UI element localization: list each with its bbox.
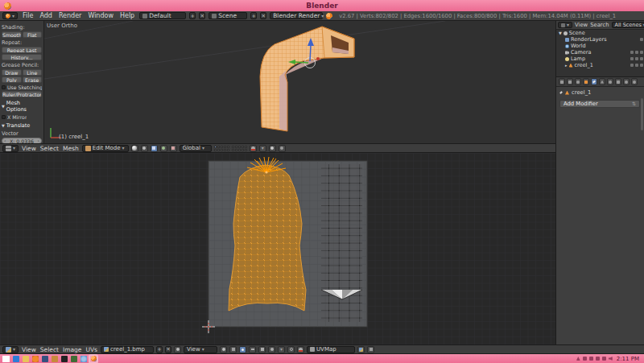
titlebar[interactable]: Blender — [0, 0, 644, 11]
repeat-last-button[interactable]: Repeat Last — [2, 47, 42, 53]
tab-texture-icon[interactable] — [615, 78, 621, 85]
visibility-toggles[interactable] — [630, 64, 643, 67]
menu-view[interactable]: View — [21, 145, 37, 152]
outliner-row-lamp[interactable]: Lamp — [563, 56, 644, 62]
tray-update-icon[interactable] — [596, 357, 600, 361]
add-scene-button[interactable]: + — [250, 12, 257, 19]
scene-select[interactable]: Scene — [208, 12, 247, 19]
mesh-options-panel-label[interactable]: Mesh Options — [6, 100, 42, 113]
tab-scene-icon[interactable] — [567, 78, 573, 85]
uvmap-image-button[interactable] — [357, 346, 365, 353]
outliner[interactable]: ▾ View Search All Scenes ▾ ▼ Scene Rende… — [556, 21, 644, 77]
start-button[interactable] — [2, 356, 10, 362]
taskbar-app4-icon[interactable] — [71, 356, 77, 362]
tray-display-icon[interactable] — [583, 357, 587, 361]
uv-sync-toggle[interactable] — [229, 346, 237, 353]
outliner-row-scene[interactable]: ▼ Scene — [556, 30, 644, 36]
tray-shield-icon[interactable] — [589, 357, 593, 361]
menu-uvs[interactable]: UVs — [85, 346, 98, 353]
pivot-select[interactable] — [141, 145, 148, 152]
menu-window[interactable]: Window — [86, 11, 115, 20]
visibility-toggles[interactable] — [630, 57, 643, 60]
menu-file[interactable]: File — [21, 11, 35, 20]
image-datablock-field[interactable]: creel_1.bmp — [101, 346, 154, 353]
translate-panel-label[interactable]: Translate — [6, 122, 31, 129]
screen-layout-select[interactable]: Default — [139, 12, 186, 19]
uv-island-unselected[interactable] — [321, 164, 362, 322]
tray-up-arrow-icon[interactable] — [576, 357, 580, 361]
taskbar-ie-icon[interactable] — [13, 356, 19, 362]
pin-toggle[interactable] — [174, 346, 181, 353]
panel-expand-icon[interactable]: ▼ — [2, 123, 5, 128]
outliner-scope-select[interactable]: All Scenes ▾ — [612, 22, 644, 28]
add-layout-button[interactable]: + — [189, 12, 196, 19]
menu-search[interactable]: Search — [590, 22, 609, 28]
tray-volume-icon[interactable] — [609, 357, 613, 361]
remove-layout-button[interactable]: ✕ — [199, 12, 205, 19]
tab-modifiers-wrench-icon[interactable] — [591, 78, 597, 85]
sketch-sessions-checkbox[interactable] — [2, 85, 6, 89]
menu-select[interactable]: Select — [39, 145, 60, 152]
mode-select[interactable]: Edit Mode ▾ — [82, 145, 129, 152]
uvmap-field[interactable]: UVMap — [307, 346, 355, 353]
flat-button[interactable]: Flat — [23, 31, 43, 38]
orientation-select[interactable]: Global ▾ — [180, 145, 212, 152]
editor-type-button[interactable]: ▾ — [2, 346, 19, 353]
tab-particles-icon[interactable] — [623, 78, 630, 85]
tab-material-icon[interactable] — [607, 78, 613, 85]
menu-render[interactable]: Render — [57, 11, 83, 20]
renderlayer-camera-toggle[interactable] — [640, 38, 643, 41]
uv-pivot-select[interactable] — [220, 346, 227, 353]
taskbar-blender-icon[interactable] — [90, 356, 97, 362]
editor-type-button[interactable]: ▾ — [2, 145, 19, 152]
menu-view[interactable]: View — [21, 346, 37, 353]
add-modifier-button[interactable]: Add Modifier ⇅ — [559, 100, 640, 108]
gp-erase-button[interactable]: Erase — [23, 76, 43, 83]
smooth-button[interactable]: Smooth — [2, 31, 22, 38]
tab-physics-icon[interactable] — [631, 78, 638, 85]
tray-network-icon[interactable] — [602, 357, 606, 361]
select-mode-face-toggle[interactable] — [258, 346, 266, 353]
snap-toggle[interactable] — [250, 145, 257, 152]
uvmap-options-button[interactable] — [367, 346, 374, 353]
viewport-canvas[interactable] — [44, 21, 555, 143]
outliner-row-world[interactable]: World — [563, 43, 644, 49]
editor-type-button[interactable]: ▾ — [558, 22, 572, 28]
new-image-button[interactable]: + — [156, 346, 163, 353]
unlink-image-button[interactable]: ✕ — [165, 346, 171, 353]
remove-scene-button[interactable]: ✕ — [260, 12, 266, 19]
taskbar-globe-icon[interactable] — [80, 356, 87, 362]
tab-object-icon[interactable] — [583, 78, 589, 85]
snap-element-select[interactable]: ▾ — [259, 145, 266, 152]
tool-shelf[interactable]: Shading: Smooth Flat Repeat: Repeat Last… — [0, 21, 44, 143]
opengl-render-anim-button[interactable] — [279, 145, 286, 152]
gp-draw-button[interactable]: Draw — [2, 69, 22, 76]
tab-world-icon[interactable] — [575, 78, 581, 85]
taskbar-clock[interactable]: 2:11 PM — [617, 356, 639, 362]
uv-canvas[interactable] — [0, 153, 555, 344]
manipulator-scale-toggle[interactable] — [170, 145, 177, 152]
menu-add[interactable]: Add — [38, 11, 54, 20]
editor-type-button[interactable]: ▾ — [2, 12, 18, 19]
gp-line-button[interactable]: Line — [23, 69, 43, 76]
uv-snap-select[interactable] — [297, 346, 304, 353]
uv-image-editor[interactable] — [0, 153, 555, 344]
menu-view[interactable]: View — [575, 22, 588, 28]
outliner-row-renderlayers[interactable]: RenderLayers — [563, 36, 644, 43]
manipulator-translate-toggle[interactable] — [151, 145, 158, 152]
history-button[interactable]: History... — [2, 54, 42, 60]
display-channels-select[interactable]: View ▾ — [184, 346, 217, 353]
visibility-toggles[interactable] — [630, 51, 643, 54]
outliner-row-object[interactable]: ▸ creel_1 — [563, 62, 644, 68]
taskbar-app2-icon[interactable] — [52, 356, 58, 362]
taskbar-app3-icon[interactable] — [61, 356, 68, 362]
menu-help[interactable]: Help — [118, 11, 136, 20]
render-engine-select[interactable]: Blender Render ▾ — [270, 12, 323, 19]
opengl-render-button[interactable] — [269, 145, 276, 152]
3d-viewport[interactable]: User Ortho (1) creel_1 Shading: Smooth F… — [0, 21, 555, 143]
gp-poly-button[interactable]: Poly — [2, 76, 22, 83]
tab-render-icon[interactable] — [559, 78, 565, 85]
taskbar-app1-icon[interactable] — [42, 356, 48, 362]
disclosure-icon[interactable]: ▸ — [565, 63, 568, 68]
tab-object-data-icon[interactable] — [599, 78, 605, 85]
